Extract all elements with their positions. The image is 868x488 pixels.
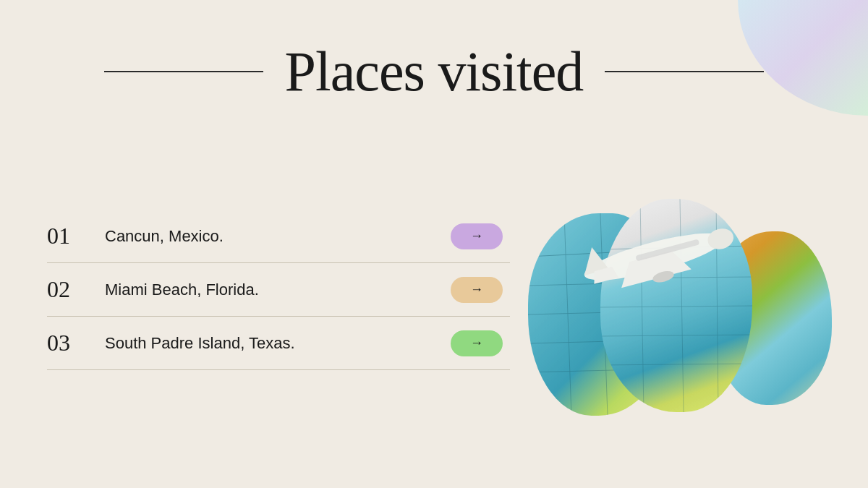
place-number-1: 01 xyxy=(47,223,105,249)
place-name-3: South Padre Island, Texas. xyxy=(105,334,451,353)
title-line-right xyxy=(605,71,764,72)
arrow-icon-1: → xyxy=(470,228,483,244)
svg-line-11 xyxy=(600,335,752,336)
arrow-icon-3: → xyxy=(470,335,483,351)
place-name-1: Cancun, Mexico. xyxy=(105,227,451,246)
places-list: 01 Cancun, Mexico. → 02 Miami Beach, Flo… xyxy=(47,210,510,370)
arrow-button-1[interactable]: → xyxy=(451,223,503,249)
place-name-2: Miami Beach, Florida. xyxy=(105,281,451,299)
title-line-left xyxy=(104,71,263,72)
photo-collage xyxy=(528,192,832,448)
title-area: Places visited xyxy=(0,43,868,100)
arrow-button-3[interactable]: → xyxy=(451,330,503,356)
place-item-3: 03 South Padre Island, Texas. → xyxy=(47,317,510,370)
place-item-1: 01 Cancun, Mexico. → xyxy=(47,210,510,263)
place-number-3: 03 xyxy=(47,330,105,356)
svg-line-12 xyxy=(600,364,752,365)
page-title: Places visited xyxy=(285,43,584,100)
place-item-2: 02 Miami Beach, Florida. → xyxy=(47,263,510,317)
arrow-button-2[interactable]: → xyxy=(451,277,503,303)
arrow-icon-2: → xyxy=(470,282,483,297)
place-number-2: 02 xyxy=(47,276,105,303)
